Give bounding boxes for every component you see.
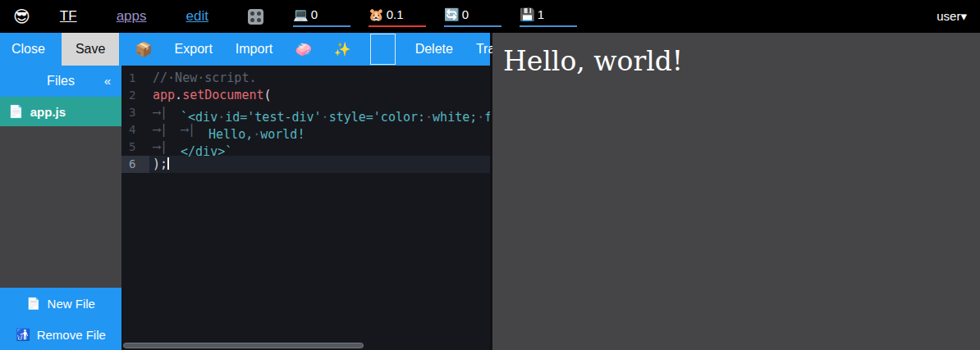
- token-name: app: [153, 88, 175, 102]
- laptop-gauge: 💻0: [293, 6, 350, 27]
- refresh-icon: 🔄: [444, 8, 460, 20]
- line-number: 5: [121, 139, 149, 156]
- package-icon[interactable]: 📦: [124, 41, 163, 58]
- files-header: Files «: [0, 66, 121, 97]
- top-bar: 😎 TF apps edit 💻0🐹0.1🔄0💾1 user▾: [0, 0, 980, 33]
- token-plain: .: [175, 88, 182, 102]
- code-line-content: //·New·script.: [149, 70, 256, 87]
- horizontal-scrollbar-thumb[interactable]: [123, 343, 364, 348]
- line-number: 4: [121, 121, 149, 139]
- remove-file-label: Remove File: [37, 328, 106, 342]
- editor-pane: Close Save 📦 Export Import 🧼 ✨ Delete Tr…: [0, 33, 492, 350]
- code-line-content: app.setDocument(: [149, 87, 272, 104]
- token-plain: (: [263, 88, 271, 102]
- app-logo-icon[interactable]: 😎: [13, 7, 30, 26]
- line-number: 3: [121, 104, 149, 121]
- space-whitespace-icon: ·: [197, 70, 204, 85]
- space-whitespace-icon: ·: [477, 110, 484, 125]
- gauge-group: 💻0🐹0.1🔄0💾1: [293, 6, 577, 27]
- token-comment: //·New·script.: [153, 70, 256, 85]
- code-line[interactable]: 1//·New·script.: [121, 70, 490, 87]
- hamster-gauge: 🐹0.1: [369, 6, 426, 27]
- preview-pane: Hello, world!: [492, 33, 980, 350]
- close-button[interactable]: Close: [0, 42, 57, 57]
- gauge-value: 0: [462, 7, 469, 21]
- import-button[interactable]: Import: [224, 42, 284, 57]
- text-cursor: [167, 157, 169, 170]
- nav-link-tf[interactable]: TF: [60, 8, 77, 25]
- files-sidebar: Files « 📄 app.js 📄 New File 🚮 Remove Fil…: [0, 66, 121, 350]
- nav-link-edit[interactable]: edit: [186, 8, 208, 25]
- floppy-gauge: 💾1: [520, 6, 577, 27]
- code-line[interactable]: 6);: [121, 156, 490, 173]
- tab-whitespace-icon: ⟶|: [153, 139, 181, 156]
- code-line-content: ⟶|</div>`: [149, 139, 232, 156]
- code-line[interactable]: 3⟶|`<div·id='test-div'·style='color:·whi…: [121, 104, 490, 121]
- space-whitespace-icon: ·: [167, 70, 175, 85]
- code-editor[interactable]: 1//·New·script.2app.setDocument(3⟶|`<div…: [121, 66, 490, 350]
- code-lines: 1//·New·script.2app.setDocument(3⟶|`<div…: [121, 70, 490, 173]
- tab-whitespace-icon: ⟶|: [153, 104, 181, 121]
- collapse-sidebar-icon[interactable]: «: [104, 74, 111, 88]
- line-number: 2: [121, 87, 149, 104]
- file-icon: 📄: [8, 104, 24, 119]
- gauge-value: 0.1: [387, 7, 404, 21]
- space-whitespace-icon: ·: [322, 110, 329, 125]
- token-name: setDocument: [182, 88, 263, 102]
- code-line-content: );: [149, 156, 169, 173]
- blank-button[interactable]: [370, 34, 396, 65]
- new-file-icon: 📄: [26, 298, 40, 309]
- dice-icon[interactable]: [248, 9, 263, 25]
- file-name: app.js: [30, 105, 66, 119]
- code-line-content: ⟶|⟶|Hello,·world!: [149, 121, 305, 139]
- preview-hello-text: Hello, world!: [503, 45, 980, 77]
- code-line[interactable]: 5⟶|</div>`: [121, 139, 490, 156]
- files-header-label: Files: [47, 74, 75, 89]
- editor-toolbar: Close Save 📦 Export Import 🧼 ✨ Delete Tr…: [0, 33, 490, 66]
- floppy-icon: 💾: [520, 8, 535, 20]
- tab-whitespace-icon: ⟶|: [181, 121, 208, 139]
- new-file-label: New File: [48, 297, 95, 311]
- remove-file-icon: 🚮: [16, 329, 30, 340]
- space-whitespace-icon: ·: [253, 127, 260, 142]
- gauge-value: 0: [311, 7, 318, 21]
- space-whitespace-icon: ·: [425, 110, 433, 125]
- code-line-content: ⟶|`<div·id='test-div'·style='color:·whit…: [149, 104, 490, 121]
- save-button[interactable]: Save: [62, 33, 119, 66]
- file-item-appjs[interactable]: 📄 app.js: [0, 97, 121, 126]
- token-string: </div>`: [181, 144, 232, 159]
- nav-link-apps[interactable]: apps: [117, 8, 147, 25]
- line-number: 1: [121, 70, 149, 87]
- soap-icon[interactable]: 🧼: [284, 41, 323, 58]
- remove-file-button[interactable]: 🚮 Remove File: [0, 319, 121, 350]
- sidebar-filler: [0, 126, 121, 288]
- sparkles-icon[interactable]: ✨: [323, 41, 361, 58]
- hamster-icon: 🐹: [369, 8, 384, 20]
- export-button[interactable]: Export: [163, 42, 224, 57]
- new-file-button[interactable]: 📄 New File: [0, 288, 121, 319]
- user-menu[interactable]: user▾: [936, 9, 967, 24]
- refresh-gauge: 🔄0: [444, 6, 501, 27]
- caret-down-icon: ▾: [960, 9, 967, 23]
- tab-whitespace-icon: ⟶|: [153, 121, 181, 139]
- line-number: 6: [121, 156, 149, 173]
- token-plain: );: [153, 157, 167, 171]
- code-line[interactable]: 2app.setDocument(: [121, 87, 490, 104]
- delete-button[interactable]: Delete: [404, 42, 465, 57]
- laptop-icon: 💻: [293, 8, 309, 20]
- gauge-value: 1: [538, 7, 544, 21]
